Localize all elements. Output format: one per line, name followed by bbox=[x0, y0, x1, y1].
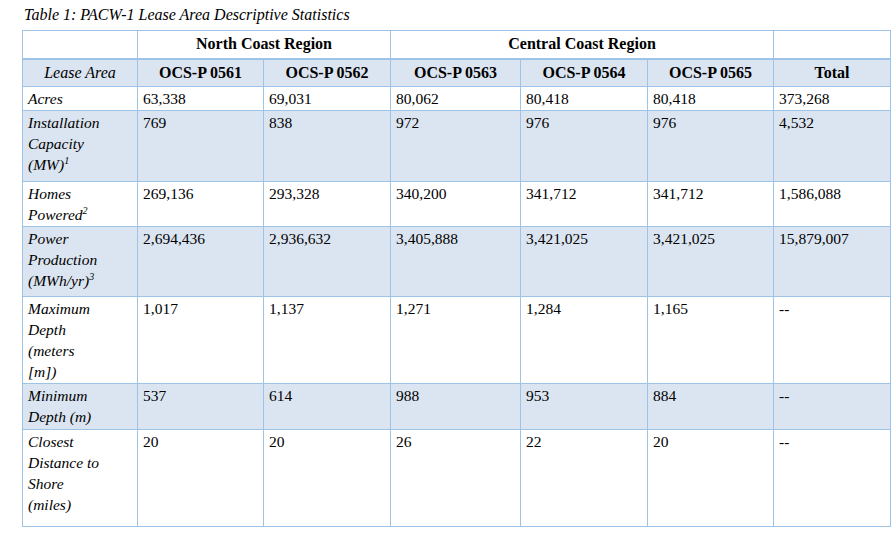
cell-value: 838 bbox=[264, 111, 391, 182]
lease-area-stats-table: North Coast Region Central Coast Region … bbox=[22, 30, 891, 527]
cell-value: 953 bbox=[521, 384, 648, 430]
cell-value: 2,694,436 bbox=[138, 227, 264, 297]
cell-value: 80,062 bbox=[391, 87, 521, 111]
row-label-text: Maximum Depth (meters [m]) bbox=[28, 300, 90, 380]
cell-value: 769 bbox=[138, 111, 264, 182]
table-caption: Table 1: PACW-1 Lease Area Descriptive S… bbox=[24, 5, 895, 25]
cell-value: 341,712 bbox=[521, 182, 648, 227]
row-label: Minimum Depth (m) bbox=[23, 384, 138, 430]
cell-value: 1,165 bbox=[648, 297, 774, 384]
row-label-text: Minimum Depth (m) bbox=[28, 387, 91, 425]
row-label-text: Power Production (MWh/yr) bbox=[28, 230, 97, 289]
row-label: Installation Capacity (MW)1 bbox=[23, 111, 138, 182]
cell-value: 537 bbox=[138, 384, 264, 430]
cell-value: 614 bbox=[264, 384, 391, 430]
cell-value: 884 bbox=[648, 384, 774, 430]
cell-value: 63,338 bbox=[138, 87, 264, 111]
cell-value: 26 bbox=[391, 430, 521, 527]
column-header-ocsp-0565: OCS-P 0565 bbox=[648, 59, 774, 87]
cell-value: 22 bbox=[521, 430, 648, 527]
row-label: Closest Distance to Shore (miles) bbox=[23, 430, 138, 527]
corner-blank-cell bbox=[23, 31, 138, 59]
table-row-homes-powered: Homes Powered2 269,136 293,328 340,200 3… bbox=[23, 182, 891, 227]
cell-value: 976 bbox=[648, 111, 774, 182]
cell-value: 1,017 bbox=[138, 297, 264, 384]
table-row-minimum-depth: Minimum Depth (m) 537 614 988 953 884 -- bbox=[23, 384, 891, 430]
cell-value: 341,712 bbox=[648, 182, 774, 227]
row-label: Maximum Depth (meters [m]) bbox=[23, 297, 138, 384]
table-row-acres: Acres 63,338 69,031 80,062 80,418 80,418… bbox=[23, 87, 891, 111]
region-header-central: Central Coast Region bbox=[391, 31, 774, 59]
row-label-text: Acres bbox=[28, 90, 63, 107]
region-header-row: North Coast Region Central Coast Region bbox=[23, 31, 891, 59]
cell-value: 1,137 bbox=[264, 297, 391, 384]
cell-total: 1,586,088 bbox=[774, 182, 891, 227]
region-header-blank bbox=[774, 31, 891, 59]
column-header-lease-area: Lease Area bbox=[23, 59, 138, 87]
cell-value: 2,936,632 bbox=[264, 227, 391, 297]
table-row-installation-capacity: Installation Capacity (MW)1 769 838 972 … bbox=[23, 111, 891, 182]
cell-value: 340,200 bbox=[391, 182, 521, 227]
cell-total: -- bbox=[774, 297, 891, 384]
column-header-ocsp-0563: OCS-P 0563 bbox=[391, 59, 521, 87]
row-label: Acres bbox=[23, 87, 138, 111]
cell-total: 15,879,007 bbox=[774, 227, 891, 297]
cell-value: 80,418 bbox=[521, 87, 648, 111]
region-header-north: North Coast Region bbox=[138, 31, 391, 59]
cell-value: 69,031 bbox=[264, 87, 391, 111]
row-label: Homes Powered2 bbox=[23, 182, 138, 227]
cell-value: 3,421,025 bbox=[648, 227, 774, 297]
cell-value: 1,284 bbox=[521, 297, 648, 384]
footnote-marker: 2 bbox=[83, 205, 88, 216]
cell-value: 976 bbox=[521, 111, 648, 182]
cell-value: 20 bbox=[138, 430, 264, 527]
cell-total: 4,532 bbox=[774, 111, 891, 182]
footnote-marker: 3 bbox=[89, 271, 94, 282]
cell-value: 80,418 bbox=[648, 87, 774, 111]
cell-total: -- bbox=[774, 384, 891, 430]
cell-value: 1,271 bbox=[391, 297, 521, 384]
row-label-text: Homes Powered bbox=[28, 185, 83, 223]
cell-value: 293,328 bbox=[264, 182, 391, 227]
table-row-closest-distance: Closest Distance to Shore (miles) 20 20 … bbox=[23, 430, 891, 527]
cell-value: 3,421,025 bbox=[521, 227, 648, 297]
column-header-ocsp-0561: OCS-P 0561 bbox=[138, 59, 264, 87]
cell-total: 373,268 bbox=[774, 87, 891, 111]
row-label-text: Closest Distance to Shore (miles) bbox=[28, 433, 99, 513]
column-header-row: Lease Area OCS-P 0561 OCS-P 0562 OCS-P 0… bbox=[23, 59, 891, 87]
document-page: Table 1: PACW-1 Lease Area Descriptive S… bbox=[0, 0, 895, 527]
row-label: Power Production (MWh/yr)3 bbox=[23, 227, 138, 297]
cell-value: 20 bbox=[648, 430, 774, 527]
cell-value: 20 bbox=[264, 430, 391, 527]
cell-total: -- bbox=[774, 430, 891, 527]
column-header-ocsp-0562: OCS-P 0562 bbox=[264, 59, 391, 87]
cell-value: 988 bbox=[391, 384, 521, 430]
table-row-power-production: Power Production (MWh/yr)3 2,694,436 2,9… bbox=[23, 227, 891, 297]
cell-value: 972 bbox=[391, 111, 521, 182]
column-header-total: Total bbox=[774, 59, 891, 87]
cell-value: 3,405,888 bbox=[391, 227, 521, 297]
column-header-ocsp-0564: OCS-P 0564 bbox=[521, 59, 648, 87]
table-row-maximum-depth: Maximum Depth (meters [m]) 1,017 1,137 1… bbox=[23, 297, 891, 384]
cell-value: 269,136 bbox=[138, 182, 264, 227]
footnote-marker: 1 bbox=[64, 155, 69, 166]
